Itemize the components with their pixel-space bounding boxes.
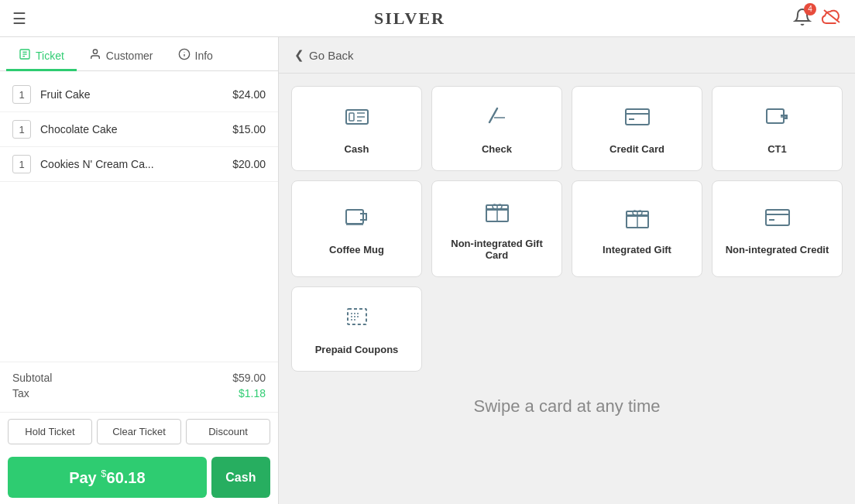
svg-point-5 <box>93 50 97 53</box>
order-items-list: 1 Fruit Cake $24.00 1 Chocolate Cake $15… <box>0 71 278 362</box>
tab-customer[interactable]: Customer <box>77 42 166 71</box>
cash-button[interactable]: Cash <box>211 457 270 498</box>
payment-tile-integrated-gift-label: Integrated Gift <box>603 244 671 255</box>
header-right: 4 <box>793 7 843 30</box>
discount-button[interactable]: Discount <box>186 419 270 444</box>
tab-info[interactable]: Info <box>166 42 225 71</box>
ct1-icon <box>764 102 791 135</box>
payment-tile-check[interactable]: Check <box>431 86 562 171</box>
non-integrated-gift-icon <box>483 197 511 230</box>
payment-tile-credit-card[interactable]: Credit Card <box>572 86 702 171</box>
payment-tile-cash-label: Cash <box>345 143 369 155</box>
app-title: SILVER <box>374 9 445 29</box>
left-panel: Ticket Customer <box>0 37 279 504</box>
hold-ticket-button[interactable]: Hold Ticket <box>8 419 92 444</box>
payment-tile-prepaid-coupons-label: Prepaid Coupons <box>315 344 399 355</box>
swipe-card-text: Swipe a card at any time <box>279 396 855 417</box>
prepaid-coupons-icon <box>343 303 371 336</box>
payment-tile-non-integrated-gift-label: Non-integrated Gift Card <box>440 238 554 261</box>
customer-icon <box>89 48 101 63</box>
item-qty: 1 <box>12 155 31 173</box>
header-left: ☰ <box>12 9 26 28</box>
pay-row: Pay $60.18 Cash <box>0 451 278 504</box>
hamburger-icon[interactable]: ☰ <box>12 9 26 28</box>
payment-tile-cash[interactable]: Cash <box>291 86 422 171</box>
payment-tile-coffee-mug[interactable]: Coffee Mug <box>291 180 422 277</box>
chevron-left-icon: ❮ <box>294 48 304 62</box>
notification-badge: 4 <box>804 3 816 15</box>
item-price: $15.00 <box>232 123 266 135</box>
item-price: $20.00 <box>232 158 266 170</box>
right-panel: ❮ Go Back Cash <box>279 37 855 504</box>
item-price: $24.00 <box>232 88 266 101</box>
order-item[interactable]: 1 Cookies N' Cream Ca... $20.00 <box>0 147 278 182</box>
clear-ticket-button[interactable]: Clear Ticket <box>97 419 181 444</box>
item-qty: 1 <box>12 120 31 139</box>
cash-icon <box>343 102 371 135</box>
non-integrated-credit-icon <box>764 203 791 236</box>
payment-methods-grid: Cash Check <box>279 74 855 381</box>
tab-bar: Ticket Customer <box>0 37 278 71</box>
go-back-button[interactable]: ❮ Go Back <box>294 48 354 62</box>
info-icon <box>178 48 191 63</box>
order-item[interactable]: 1 Chocolate Cake $15.00 <box>0 112 278 147</box>
subtotal-label: Subtotal <box>12 372 52 384</box>
totals-section: Subtotal $59.00 Tax $1.18 <box>0 362 278 412</box>
payment-tile-coffee-mug-label: Coffee Mug <box>329 244 384 255</box>
tab-info-label: Info <box>195 50 213 62</box>
payment-tile-credit-card-label: Credit Card <box>609 143 664 155</box>
payment-tile-check-label: Check <box>482 143 512 155</box>
item-name: Fruit Cake <box>40 88 232 101</box>
pay-button[interactable]: Pay $60.18 <box>8 457 207 498</box>
coffee-mug-icon <box>343 203 371 236</box>
credit-card-icon <box>623 102 651 135</box>
payment-tile-non-integrated-credit[interactable]: Non-integrated Credit <box>712 180 843 277</box>
payment-tile-ct1-label: CT1 <box>767 143 787 155</box>
ticket-icon <box>19 48 31 63</box>
tax-row: Tax $1.18 <box>12 387 266 399</box>
payment-tile-prepaid-coupons[interactable]: Prepaid Coupons <box>291 286 422 372</box>
action-buttons: Hold Ticket Clear Ticket Discount <box>0 412 278 451</box>
subtotal-amount: $59.00 <box>232 372 266 384</box>
item-qty: 1 <box>12 85 31 104</box>
integrated-gift-icon <box>623 203 651 236</box>
payment-tile-ct1[interactable]: CT1 <box>712 86 843 171</box>
order-item[interactable]: 1 Fruit Cake $24.00 <box>0 77 278 112</box>
header: ☰ SILVER 4 <box>0 0 855 37</box>
svg-rect-28 <box>766 210 789 225</box>
item-name: Cookies N' Cream Ca... <box>40 158 232 170</box>
check-icon <box>483 102 511 135</box>
go-back-label: Go Back <box>309 49 354 62</box>
payment-tile-integrated-gift[interactable]: Integrated Gift <box>572 180 702 277</box>
tax-label: Tax <box>12 387 29 399</box>
notification-button[interactable]: 4 <box>793 8 812 29</box>
svg-rect-10 <box>349 113 354 121</box>
subtotal-row: Subtotal $59.00 <box>12 372 266 384</box>
tab-ticket-label: Ticket <box>36 50 64 62</box>
payment-tile-non-integrated-gift[interactable]: Non-integrated Gift Card <box>431 180 562 277</box>
go-back-bar: ❮ Go Back <box>279 37 855 74</box>
cloud-offline-icon <box>821 7 843 30</box>
svg-rect-15 <box>626 109 649 125</box>
tab-ticket[interactable]: Ticket <box>6 42 77 71</box>
tax-amount: $1.18 <box>239 387 266 399</box>
main-content: Ticket Customer <box>0 37 855 504</box>
svg-rect-20 <box>346 210 363 224</box>
payment-tile-non-integrated-credit-label: Non-integrated Credit <box>726 244 829 255</box>
item-name: Chocolate Cake <box>40 123 232 135</box>
tab-customer-label: Customer <box>106 50 153 62</box>
